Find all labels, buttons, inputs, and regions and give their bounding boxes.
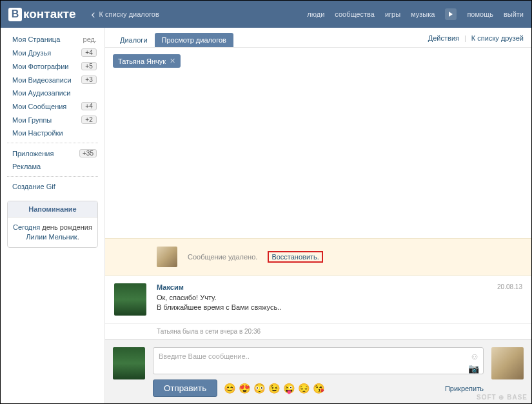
emoji-icon[interactable]: 😘 [313, 383, 325, 394]
attach-link[interactable]: Прикрепить [445, 385, 484, 392]
sidebar-item-audio[interactable]: Мои Аудиозаписи [1, 86, 104, 99]
last-seen: Татьяна была в сети вчера в 20:36 [105, 323, 531, 339]
badge: +5 [81, 62, 97, 70]
author-link[interactable]: Максим [157, 283, 184, 291]
nav-music[interactable]: музыка [411, 10, 435, 18]
avatar-self[interactable] [113, 347, 145, 379]
person-link[interactable]: Лилии Мельник [26, 233, 77, 241]
emoji-icon[interactable]: 😉 [268, 383, 281, 394]
sidebar-item-friends[interactable]: Мои Друзья+4 [1, 46, 104, 59]
emoji-icon[interactable]: 😍 [239, 383, 251, 394]
badge: +35 [79, 149, 97, 157]
message-area: Сообщение удалено. Восстановить. Максим … [105, 74, 531, 404]
close-icon[interactable]: ✕ [170, 57, 175, 65]
sidebar-item-gif[interactable]: Создание Gif [1, 180, 104, 193]
sidebar-item-videos[interactable]: Мои Видеозаписи+3 [1, 73, 104, 86]
sidebar-item-settings[interactable]: Мои Настройки [1, 126, 104, 139]
avatar-tiny [157, 247, 177, 267]
reminder-title: Напоминание [8, 201, 97, 217]
sidebar-item-groups[interactable]: Мои Группы+2 [1, 113, 104, 126]
logo-text: контакте [23, 7, 76, 21]
emoji-icon[interactable]: 😊 [224, 383, 236, 394]
today-link[interactable]: Сегодня [13, 223, 40, 231]
top-nav: люди сообщества игры музыка помощь выйти [307, 8, 524, 20]
nav-people[interactable]: люди [307, 10, 324, 18]
deleted-message-row: Сообщение удалено. Восстановить. [105, 238, 531, 276]
nav-help[interactable]: помощь [467, 10, 493, 18]
badge: +2 [81, 116, 97, 124]
back-to-dialogs-link[interactable]: К списку диалогов [92, 8, 159, 21]
separator [7, 143, 98, 143]
separator: | [464, 34, 466, 42]
tab-dialogs[interactable]: Диалоги [113, 33, 155, 47]
separator [7, 176, 98, 177]
sidebar-item-messages[interactable]: Мои Сообщения+4 [1, 99, 104, 113]
topbar: В контакте К списку диалогов люди сообще… [1, 1, 531, 28]
badge: +4 [81, 102, 97, 110]
play-button[interactable] [445, 8, 457, 20]
nav-logout[interactable]: выйти [504, 10, 524, 18]
reminder-box: Напоминание Сегодня день рождения Лилии … [7, 201, 98, 248]
sidebar-item-apps[interactable]: Приложения+35 [1, 146, 104, 160]
send-button[interactable]: Отправить [153, 379, 217, 397]
reminder-body: Сегодня день рождения Лилии Мельник. [8, 217, 97, 247]
tab-dialog-view[interactable]: Просмотр диалогов [155, 33, 233, 47]
nav-games[interactable]: игры [385, 10, 400, 18]
badge: +4 [81, 48, 97, 57]
badge: +3 [81, 76, 97, 84]
user-chip: Татьяна Янчук ✕ [113, 54, 181, 68]
watermark: SOFT ⊕ BASE [477, 394, 527, 401]
smile-icon[interactable]: ☺ [470, 351, 479, 361]
deleted-text: Сообщение удалено. [188, 253, 257, 261]
avatar-peer[interactable] [491, 347, 524, 379]
emoji-row: 😊 😍 😳 😉 😜 😔 😘 [224, 383, 325, 394]
friends-list-link[interactable]: К списку друзей [471, 34, 524, 42]
emoji-icon[interactable]: 😳 [253, 383, 266, 394]
emoji-icon[interactable]: 😜 [283, 383, 295, 394]
emoji-icon[interactable]: 😔 [298, 383, 310, 394]
sidebar-item-photos[interactable]: Мои Фотографии+5 [1, 59, 104, 73]
nav-communities[interactable]: сообщества [335, 10, 375, 18]
avatar[interactable] [114, 283, 146, 316]
chip-label: Татьяна Янчук [118, 57, 166, 65]
play-icon [449, 12, 453, 17]
tabs-row: Диалоги Просмотр диалогов Действия | К с… [105, 28, 531, 48]
actions-link[interactable]: Действия [428, 34, 459, 42]
logo[interactable]: В контакте [8, 7, 76, 21]
main-pane: Диалоги Просмотр диалогов Действия | К с… [105, 28, 531, 404]
sidebar-item-ads[interactable]: Реклама [1, 160, 104, 173]
message-row: Максим 20.08.13 Ок, спасибо! Учту. В бли… [105, 276, 531, 323]
sidebar-item-mypage[interactable]: Моя Страницаред. [1, 33, 104, 46]
logo-icon: В [8, 8, 22, 21]
sidebar: Моя Страницаред. Мои Друзья+4 Мои Фотогр… [1, 28, 105, 404]
restore-link[interactable]: Восстановить. [268, 251, 323, 263]
message-text: Ок, спасибо! Учту. В ближайшее время с В… [157, 293, 522, 312]
composer: Введите Ваше сообщение.. ☺ 📷 Отправить 😊… [105, 339, 531, 404]
camera-icon[interactable]: 📷 [468, 363, 479, 374]
message-date: 20.08.13 [497, 283, 522, 291]
edit-link[interactable]: ред. [83, 35, 97, 43]
chip-row: Татьяна Янчук ✕ [105, 48, 531, 74]
message-input[interactable]: Введите Ваше сообщение.. [153, 347, 484, 374]
